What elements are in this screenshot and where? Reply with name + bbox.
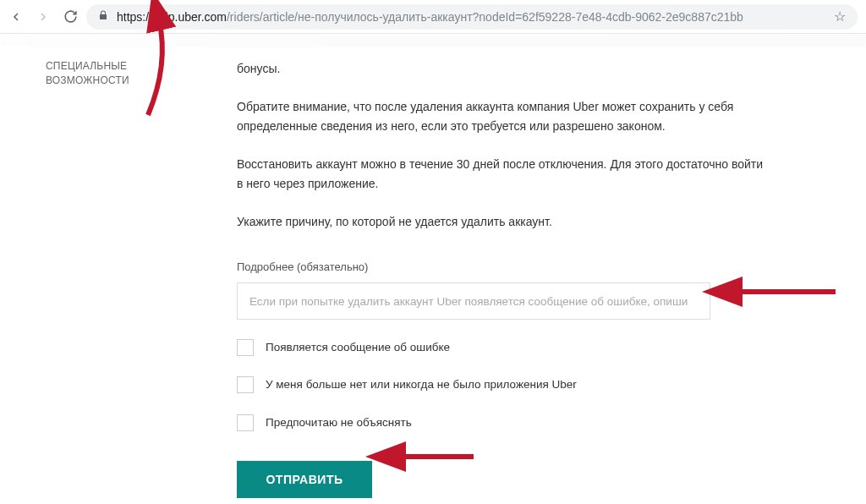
reload-icon[interactable] xyxy=(63,9,78,25)
checkbox-row: Появляется сообщение об ошибке xyxy=(237,338,765,357)
nav-icons xyxy=(8,9,78,25)
bookmarks-strip xyxy=(0,34,866,47)
sidebar: СПЕЦИАЛЬНЫЕ ВОЗМОЖНОСТИ xyxy=(0,47,211,504)
checkbox-prefer-not[interactable] xyxy=(237,414,254,431)
sidebar-item-accessibility[interactable]: СПЕЦИАЛЬНЫЕ ВОЗМОЖНОСТИ xyxy=(46,59,211,88)
article-text: Укажите причину, по которой не удается у… xyxy=(237,212,765,232)
checkbox-row: Предпочитаю не объяснять xyxy=(237,414,765,432)
back-icon[interactable] xyxy=(8,9,24,25)
checkbox-error-message[interactable] xyxy=(237,339,254,356)
sidebar-item-label: СПЕЦИАЛЬНЫЕ xyxy=(46,60,127,72)
article-text: Обратите внимание, что после удаления ак… xyxy=(237,97,765,136)
browser-bar: https://help.uber.com/riders/article/не-… xyxy=(0,0,866,34)
checkbox-label: Предпочитаю не объяснять xyxy=(266,414,412,432)
bookmark-star-icon[interactable]: ☆ xyxy=(834,8,846,25)
checkbox-label: Появляется сообщение об ошибке xyxy=(266,338,450,357)
submit-button[interactable]: ОТПРАВИТЬ xyxy=(237,461,372,498)
article-text: бонусы. xyxy=(237,59,765,79)
url-path: /riders/article/не-получилось-удалить-ак… xyxy=(227,10,743,24)
url-text: https://help.uber.com/riders/article/не-… xyxy=(117,10,743,24)
main-content: бонусы. Обратите внимание, что после уда… xyxy=(211,47,866,504)
sidebar-item-label: ВОЗМОЖНОСТИ xyxy=(46,74,129,86)
lock-icon xyxy=(98,10,108,23)
forward-icon[interactable] xyxy=(36,9,51,25)
details-label: Подробнее (обязательно) xyxy=(237,258,765,276)
article-text: Восстановить аккаунт можно в течение 30 … xyxy=(237,155,765,194)
page: СПЕЦИАЛЬНЫЕ ВОЗМОЖНОСТИ бонусы. Обратите… xyxy=(0,47,866,504)
checkbox-label: У меня больше нет или никогда не было пр… xyxy=(266,375,577,394)
checkbox-no-app[interactable] xyxy=(237,376,254,393)
url-host: https://help.uber.com xyxy=(117,10,227,24)
details-input[interactable] xyxy=(237,282,710,320)
checkbox-row: У меня больше нет или никогда не было пр… xyxy=(237,375,765,394)
url-bar[interactable]: https://help.uber.com/riders/article/не-… xyxy=(86,4,858,30)
